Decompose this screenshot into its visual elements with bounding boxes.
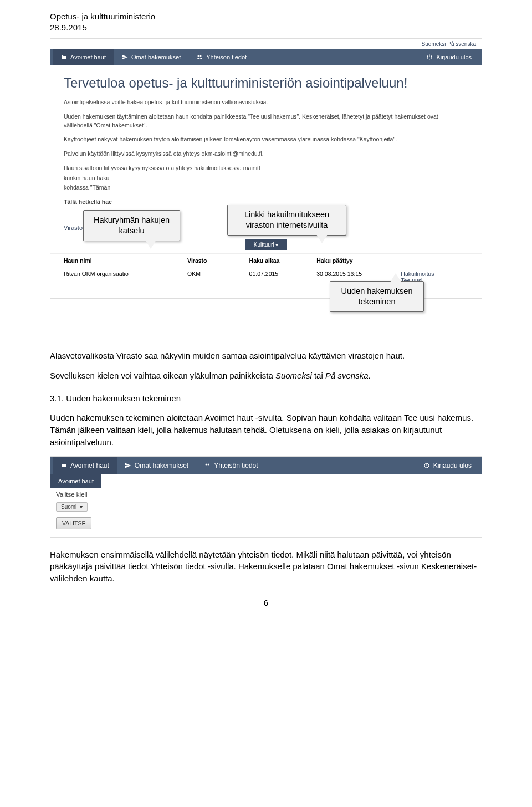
- screenshot-1: Suomeksi På svenska Avoimet haut Omat ha…: [50, 38, 482, 299]
- intro-p4: Palvelun käyttöön liittyvissä kysymyksis…: [64, 150, 468, 159]
- users-icon: [196, 54, 203, 60]
- svg-point-4: [206, 463, 207, 465]
- paper-plane-icon: [125, 462, 131, 469]
- nav-item-label: Yhteisön tiedot: [206, 54, 247, 60]
- nav-item-label: Omat hakemukset: [135, 462, 188, 469]
- kieli-dropdown[interactable]: Suomi ▾: [56, 502, 88, 512]
- folder-open-icon: [60, 54, 67, 60]
- valitse-button[interactable]: VALITSE: [56, 517, 91, 529]
- callout-linkki: Linkki hakuilmoitukseen viraston interne…: [227, 205, 346, 236]
- nav-item-label: Yhteisön tiedot: [214, 462, 258, 469]
- th-haun-nimi: Haun nimi: [64, 257, 187, 264]
- kulttuuri-group-toggle[interactable]: Kulttuuri ▾: [245, 239, 287, 250]
- th-haku-paattyy: Haku päättyy: [316, 257, 401, 264]
- para-alasvetovalikko: Alasvetovalikosta Virasto saa näkyviin m…: [50, 350, 482, 362]
- svg-point-5: [208, 463, 209, 465]
- navbar-2: Avoimet haut Omat hakemukset Yhteisön ti…: [50, 457, 482, 474]
- cell-haun-nimi: Ritvän OKM organisaatio: [64, 270, 187, 290]
- nav2-logout[interactable]: Kirjaudu ulos: [416, 457, 479, 474]
- para-ensimmainen-valilehti: Hakemuksen ensimmäisellä välilehdellä nä…: [50, 549, 482, 585]
- callout-uusi-hakemus: Uuden hakemuksen tekeminen: [330, 281, 424, 312]
- heading-3-1: 3.1. Uuden hakemuksen tekeminen: [50, 392, 482, 404]
- nav-item-label: Avoimet haut: [70, 462, 109, 469]
- welcome-title: Tervetuloa opetus- ja kulttuuriministeri…: [64, 75, 468, 91]
- header-line-2: 28.9.2015: [50, 22, 482, 33]
- caret-down-icon: ▾: [80, 504, 83, 510]
- intro-p2: Uuden hakemuksen täyttäminen aloitetaan …: [64, 113, 468, 130]
- th-actions: [401, 257, 468, 264]
- folder-open-icon: [60, 462, 67, 469]
- intro-p5c: kohdassa "Tämän: [64, 183, 468, 192]
- nav2-avoimet-haut[interactable]: Avoimet haut: [53, 457, 117, 474]
- nav-omat-hakemukset[interactable]: Omat hakemukset: [114, 49, 188, 65]
- callout-hakuryhma: Hakuryhmän hakujen katselu: [83, 210, 180, 241]
- screenshot-2: Avoimet haut Omat hakemukset Yhteisön ti…: [50, 456, 482, 538]
- intro-p3: Käyttöohjeet näkyvät hakemuksen täytön a…: [64, 135, 468, 144]
- users-icon: [204, 462, 211, 469]
- valitse-kieli-label: Valitse kieli: [50, 488, 482, 501]
- nav2-yhteison-tiedot[interactable]: Yhteisön tiedot: [196, 457, 265, 474]
- nav-item-label: Kirjaudu ulos: [436, 54, 472, 60]
- tab-avoimet-haut[interactable]: Avoimet haut: [50, 474, 101, 488]
- nav-yhteison-tiedot[interactable]: Yhteisön tiedot: [188, 49, 254, 65]
- svg-point-1: [200, 55, 202, 57]
- hakuilmoitus-link[interactable]: Hakuilmoitus: [401, 270, 468, 277]
- power-icon: [423, 462, 430, 469]
- th-haku-alkaa: Haku alkaa: [249, 257, 317, 264]
- page-number: 6: [50, 598, 482, 607]
- table-header: Haun nimi Virasto Haku alkaa Haku päätty…: [50, 253, 482, 267]
- para-kielen-vaihto: Sovelluksen kielen voi vaihtaa oikean yl…: [50, 370, 482, 382]
- nav-item-label: Omat hakemukset: [131, 54, 181, 60]
- language-links[interactable]: Suomeksi På svenska: [50, 39, 482, 49]
- intro-p5b: kunkin haun haku: [64, 174, 468, 183]
- virasto-label: Virasto: [64, 224, 83, 231]
- nav-logout[interactable]: Kirjaudu ulos: [418, 49, 479, 65]
- nav-item-label: Avoimet haut: [70, 54, 106, 60]
- navbar-1: Avoimet haut Omat hakemukset Yhteisön ti…: [50, 49, 482, 65]
- kieli-value: Suomi: [61, 504, 76, 510]
- header-line-1: Opetus- ja kulttuuriministeriö: [50, 11, 482, 22]
- cell-virasto: OKM: [187, 270, 249, 290]
- nav-avoimet-haut[interactable]: Avoimet haut: [53, 49, 114, 65]
- th-virasto: Virasto: [187, 257, 249, 264]
- power-icon: [426, 54, 433, 60]
- nav-item-label: Kirjaudu ulos: [433, 462, 472, 469]
- cell-haku-alkaa: 01.07.2015: [249, 270, 317, 290]
- doc-header: Opetus- ja kulttuuriministeriö 28.9.2015: [50, 11, 482, 33]
- paper-plane-icon: [121, 54, 128, 60]
- para-uuden-hakemuksen: Uuden hakemuksen tekeminen aloitetaan Av…: [50, 412, 482, 448]
- svg-point-0: [198, 55, 200, 57]
- nav2-omat-hakemukset[interactable]: Omat hakemukset: [117, 457, 196, 474]
- intro-p5: Haun sisältöön liittyvissä kysymyksissä …: [64, 164, 468, 173]
- intro-p1: Asiointipalvelussa voitte hakea opetus- …: [64, 98, 468, 107]
